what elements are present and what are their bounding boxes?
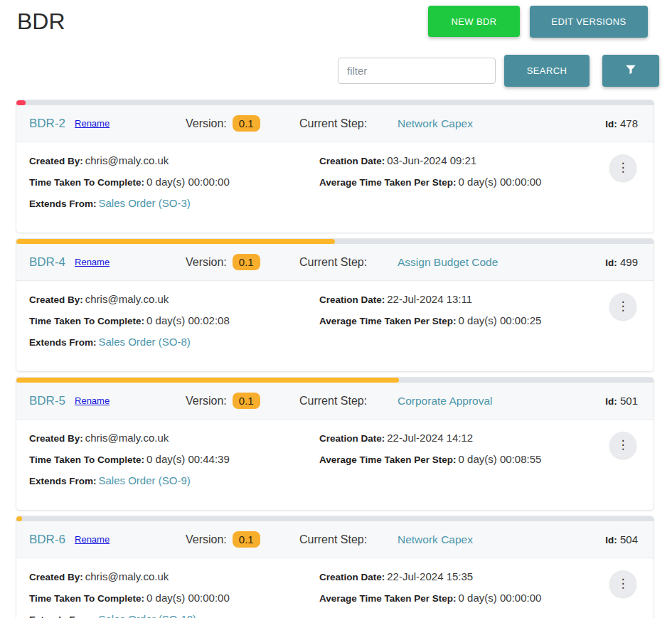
current-step-link[interactable]: Network Capex xyxy=(398,117,473,130)
progress-bar xyxy=(16,100,654,105)
new-bdr-button[interactable]: NEW BDR xyxy=(428,6,520,37)
version-group: Version: 0.1 xyxy=(186,115,299,132)
id-group: Id: 501 xyxy=(605,395,638,407)
avg-time-row: Average Time Taken Per Step:0 day(s) 00:… xyxy=(319,592,601,605)
version-group: Version: 0.1 xyxy=(186,393,299,409)
id-label: Id: xyxy=(605,257,617,268)
current-step-group: Current Step: Corporate Approval xyxy=(299,395,605,407)
bdr-card: BDR-4 Rename Version: 0.1 Current Step: … xyxy=(16,238,654,372)
version-label: Version: xyxy=(186,533,227,546)
avg-time-row: Average Time Taken Per Step:0 day(s) 00:… xyxy=(319,314,601,328)
time-taken-row: Time Taken To Complete:0 day(s) 00:00:00 xyxy=(29,592,319,605)
kebab-icon: ⋮ xyxy=(617,577,629,590)
current-step-group: Current Step: Network Capex xyxy=(299,117,605,130)
created-by-row: Created By:chris@maly.co.uk xyxy=(29,293,319,307)
bdr-card: BDR-2 Rename Version: 0.1 Current Step: … xyxy=(16,100,654,233)
card-left-column: Created By:chris@maly.co.uk Time Taken T… xyxy=(29,293,319,357)
progress-bar xyxy=(16,516,654,521)
card-body: Created By:chris@maly.co.uk Time Taken T… xyxy=(16,281,654,371)
card-left-column: Created By:chris@maly.co.uk Time Taken T… xyxy=(29,154,319,218)
progress-fill xyxy=(16,516,22,521)
kebab-icon: ⋮ xyxy=(617,299,629,313)
version-label: Version: xyxy=(186,256,227,269)
bdr-name-link[interactable]: BDR-4 xyxy=(29,255,65,270)
bdr-name-link[interactable]: BDR-6 xyxy=(29,533,65,547)
time-taken-row: Time Taken To Complete:0 day(s) 00:44:39 xyxy=(29,453,319,467)
edit-versions-button[interactable]: EDIT VERSIONS xyxy=(530,6,648,38)
funnel-icon xyxy=(624,63,637,78)
card-header: BDR-5 Rename Version: 0.1 Current Step: … xyxy=(16,383,654,420)
bdr-name-link[interactable]: BDR-2 xyxy=(29,117,65,131)
card-name-group: BDR-5 Rename xyxy=(29,394,186,408)
extends-from-link[interactable]: Sales Order (SO-3) xyxy=(99,197,191,209)
bdr-card-list: BDR-2 Rename Version: 0.1 Current Step: … xyxy=(16,100,654,618)
extends-from-row: Extends From:Sales Order (SO-10) xyxy=(29,613,319,618)
id-value: 499 xyxy=(620,256,638,268)
card-left-column: Created By:chris@maly.co.uk Time Taken T… xyxy=(29,570,319,618)
avg-time-row: Average Time Taken Per Step:0 day(s) 00:… xyxy=(319,176,601,189)
filter-input[interactable] xyxy=(338,58,496,84)
created-by-row: Created By:chris@maly.co.uk xyxy=(29,154,319,168)
rename-link[interactable]: Rename xyxy=(75,118,110,129)
kebab-menu-button[interactable]: ⋮ xyxy=(609,154,636,181)
bdr-page: BDR NEW BDR EDIT VERSIONS SEARCH BDR-2 R… xyxy=(0,0,672,618)
card-header: BDR-2 Rename Version: 0.1 Current Step: … xyxy=(16,105,654,142)
version-label: Version: xyxy=(186,117,227,130)
progress-fill xyxy=(16,239,335,244)
version-group: Version: 0.1 xyxy=(186,254,299,270)
current-step-label: Current Step: xyxy=(299,117,398,130)
card-body: Created By:chris@maly.co.uk Time Taken T… xyxy=(16,420,654,510)
creation-date-row: Creation Date:22-Jul-2024 14:12 xyxy=(319,432,601,445)
filter-button[interactable] xyxy=(602,55,659,87)
current-step-link[interactable]: Assign Budget Code xyxy=(398,256,498,269)
creation-date-row: Creation Date:22-Jul-2024 15:35 xyxy=(319,570,601,584)
progress-fill xyxy=(16,378,399,383)
card-name-group: BDR-2 Rename xyxy=(29,117,186,131)
rename-link[interactable]: Rename xyxy=(75,257,110,267)
progress-bar xyxy=(16,378,654,383)
card-header: BDR-6 Rename Version: 0.1 Current Step: … xyxy=(16,521,654,558)
card-right-column: Creation Date:22-Jul-2024 14:12 Average … xyxy=(319,432,601,496)
kebab-icon: ⋮ xyxy=(617,161,629,174)
progress-fill xyxy=(16,100,26,105)
extends-from-link[interactable]: Sales Order (SO-9) xyxy=(99,474,191,486)
bdr-name-link[interactable]: BDR-5 xyxy=(29,394,65,408)
version-group: Version: 0.1 xyxy=(186,531,299,548)
time-taken-row: Time Taken To Complete:0 day(s) 00:00:00 xyxy=(29,176,319,189)
rename-link[interactable]: Rename xyxy=(75,534,110,545)
card-body: Created By:chris@maly.co.uk Time Taken T… xyxy=(16,142,654,233)
id-label: Id: xyxy=(605,396,617,407)
current-step-link[interactable]: Network Capex xyxy=(398,533,473,546)
avg-time-row: Average Time Taken Per Step:0 day(s) 00:… xyxy=(319,453,601,467)
current-step-group: Current Step: Assign Budget Code xyxy=(299,256,605,269)
progress-bar xyxy=(16,239,654,244)
card-right-column: Creation Date:03-Jun-2024 09:21 Average … xyxy=(319,154,601,218)
kebab-icon: ⋮ xyxy=(617,438,629,452)
card-body: Created By:chris@maly.co.uk Time Taken T… xyxy=(16,558,654,618)
extends-from-link[interactable]: Sales Order (SO-10) xyxy=(99,613,197,618)
id-group: Id: 499 xyxy=(605,256,638,268)
card-name-group: BDR-6 Rename xyxy=(29,533,186,547)
version-badge: 0.1 xyxy=(233,115,260,132)
kebab-menu-button[interactable]: ⋮ xyxy=(609,432,636,459)
id-group: Id: 478 xyxy=(605,117,638,129)
extends-from-row: Extends From:Sales Order (SO-3) xyxy=(29,197,319,211)
current-step-label: Current Step: xyxy=(299,256,398,269)
extends-from-link[interactable]: Sales Order (SO-8) xyxy=(99,336,191,348)
created-by-row: Created By:chris@maly.co.uk xyxy=(29,570,319,584)
version-badge: 0.1 xyxy=(233,531,260,548)
version-badge: 0.1 xyxy=(233,393,260,409)
id-value: 478 xyxy=(620,117,638,129)
card-header: BDR-4 Rename Version: 0.1 Current Step: … xyxy=(16,244,654,281)
card-left-column: Created By:chris@maly.co.uk Time Taken T… xyxy=(29,432,319,496)
kebab-menu-button[interactable]: ⋮ xyxy=(609,293,636,320)
current-step-link[interactable]: Corporate Approval xyxy=(398,395,493,407)
bdr-card: BDR-5 Rename Version: 0.1 Current Step: … xyxy=(16,377,654,511)
search-button[interactable]: SEARCH xyxy=(504,55,590,87)
creation-date-row: Creation Date:03-Jun-2024 09:21 xyxy=(319,154,601,168)
kebab-menu-button[interactable]: ⋮ xyxy=(609,570,636,597)
current-step-label: Current Step: xyxy=(299,395,398,407)
bdr-card: BDR-6 Rename Version: 0.1 Current Step: … xyxy=(16,516,654,618)
current-step-group: Current Step: Network Capex xyxy=(299,533,605,546)
rename-link[interactable]: Rename xyxy=(75,395,110,406)
